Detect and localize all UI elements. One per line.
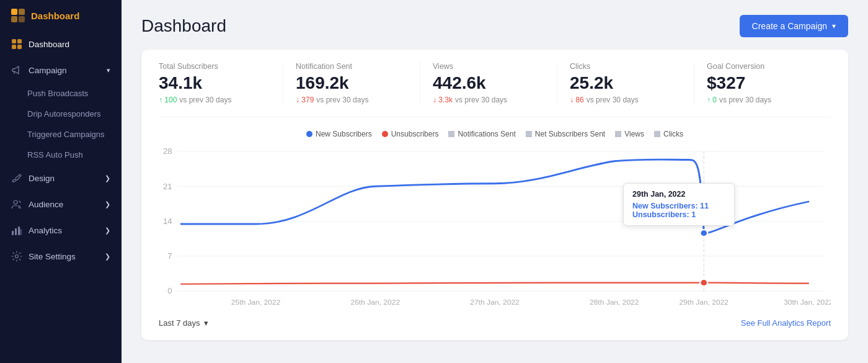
sidebar-item-campaign-label: Campaign bbox=[29, 66, 67, 75]
campaign-chevron-icon: ▾ bbox=[107, 66, 110, 74]
brush-icon bbox=[11, 173, 22, 184]
logo-icon bbox=[11, 9, 25, 22]
svg-text:29th Jan, 2022: 29th Jan, 2022 bbox=[679, 298, 728, 307]
line-chart: 28 21 14 7 0 25th Jan, 2022 26th Jan, 20… bbox=[159, 146, 831, 313]
svg-point-31 bbox=[700, 230, 707, 236]
legend-item: Clicks bbox=[654, 130, 683, 138]
analytics-icon bbox=[11, 225, 22, 236]
svg-point-13 bbox=[16, 255, 19, 258]
svg-point-8 bbox=[14, 200, 17, 204]
audience-chevron-icon: ❯ bbox=[105, 200, 110, 208]
legend-item: Views bbox=[615, 130, 644, 138]
sidebar-item-design[interactable]: Design ❯ bbox=[0, 165, 122, 191]
chart-footer: Last 7 days ▾ See Full Analytics Report bbox=[159, 318, 831, 328]
svg-text:7: 7 bbox=[167, 252, 172, 261]
legend-square bbox=[654, 131, 660, 137]
svg-text:28th Jan, 2022: 28th Jan, 2022 bbox=[590, 298, 639, 307]
sidebar-item-push-broadcasts[interactable]: Push Broadcasts bbox=[27, 83, 122, 104]
svg-point-32 bbox=[700, 279, 707, 286]
see-full-report-link[interactable]: See Full Analytics Report bbox=[741, 318, 831, 328]
svg-rect-7 bbox=[17, 45, 22, 49]
time-range-chevron-icon: ▾ bbox=[204, 318, 208, 328]
svg-text:14: 14 bbox=[163, 217, 172, 225]
sidebar-logo[interactable]: Dashboard bbox=[0, 0, 122, 31]
main-content-area: Dashboard Create a Campaign ▾ Total Subs… bbox=[122, 0, 868, 363]
stat-item: Views 442.6k ↓ 3.3k vs prev 30 days bbox=[420, 62, 557, 104]
sidebar-item-analytics-label: Analytics bbox=[29, 226, 62, 235]
legend-item: New Subscribers bbox=[306, 130, 372, 138]
design-chevron-icon: ❯ bbox=[105, 174, 110, 182]
stats-chart-card: Total Subscribers 34.1k ↑ 100 vs prev 30… bbox=[141, 50, 848, 340]
page-header: Dashboard Create a Campaign ▾ bbox=[141, 15, 848, 37]
users-icon bbox=[11, 199, 22, 210]
svg-rect-12 bbox=[20, 229, 22, 235]
svg-rect-10 bbox=[15, 228, 17, 235]
svg-rect-9 bbox=[12, 231, 14, 235]
create-btn-chevron-icon: ▾ bbox=[832, 22, 836, 30]
campaign-submenu: Push Broadcasts Drip Autoresponders Trig… bbox=[0, 83, 122, 165]
create-campaign-button[interactable]: Create a Campaign ▾ bbox=[740, 15, 848, 37]
svg-rect-4 bbox=[12, 39, 16, 43]
stats-row: Total Subscribers 34.1k ↑ 100 vs prev 30… bbox=[159, 62, 831, 117]
stat-item: Total Subscribers 34.1k ↑ 100 vs prev 30… bbox=[159, 62, 283, 104]
sidebar-item-audience[interactable]: Audience ❯ bbox=[0, 191, 122, 217]
svg-rect-5 bbox=[17, 39, 22, 43]
grid-icon bbox=[11, 38, 22, 50]
svg-rect-2 bbox=[11, 16, 17, 22]
legend-square bbox=[615, 131, 621, 137]
legend-square bbox=[448, 131, 454, 137]
stat-item: Clicks 25.2k ↓ 86 vs prev 30 days bbox=[557, 62, 694, 104]
analytics-chevron-icon: ❯ bbox=[105, 226, 110, 235]
megaphone-icon bbox=[11, 65, 22, 76]
sidebar-item-rss-auto-push[interactable]: RSS Auto Push bbox=[27, 145, 122, 165]
legend-dot bbox=[306, 131, 312, 137]
sidebar-item-site-settings-label: Site Settings bbox=[29, 252, 76, 261]
sidebar-item-dashboard[interactable]: Dashboard bbox=[0, 31, 122, 57]
stat-item: Goal Conversion $327 ↑ 0 vs prev 30 days bbox=[694, 62, 831, 104]
time-range-button[interactable]: Last 7 days ▾ bbox=[159, 318, 208, 328]
svg-text:0: 0 bbox=[167, 287, 172, 295]
svg-rect-11 bbox=[18, 226, 20, 235]
sidebar-item-drip-autoresponders[interactable]: Drip Autoresponders bbox=[27, 104, 122, 124]
sidebar-item-dashboard-label: Dashboard bbox=[29, 40, 69, 49]
legend-dot bbox=[382, 131, 388, 137]
svg-text:21: 21 bbox=[163, 182, 172, 190]
chart-container: 28 21 14 7 0 25th Jan, 2022 26th Jan, 20… bbox=[159, 146, 831, 313]
stat-item: Notification Sent 169.2k ↓ 379 vs prev 3… bbox=[283, 62, 420, 104]
sidebar-item-analytics[interactable]: Analytics ❯ bbox=[0, 217, 122, 243]
svg-rect-3 bbox=[19, 16, 25, 22]
svg-rect-0 bbox=[11, 9, 17, 15]
legend-item: Notifications Sent bbox=[448, 130, 515, 138]
page-title: Dashboard bbox=[141, 16, 226, 36]
site-settings-chevron-icon: ❯ bbox=[105, 253, 110, 261]
svg-text:27th Jan, 2022: 27th Jan, 2022 bbox=[470, 298, 520, 307]
sidebar: Dashboard Dashboard Campaign ▾ Push Broa… bbox=[0, 0, 122, 363]
sidebar-item-triggered-campaigns[interactable]: Triggered Campaigns bbox=[27, 124, 122, 145]
sidebar-item-audience-label: Audience bbox=[29, 200, 63, 209]
chart-legend: New SubscribersUnsubscribersNotification… bbox=[159, 130, 831, 138]
sidebar-item-campaign[interactable]: Campaign ▾ bbox=[0, 57, 122, 83]
svg-rect-1 bbox=[19, 9, 25, 15]
legend-square bbox=[526, 131, 532, 137]
svg-text:30th Jan, 2022: 30th Jan, 2022 bbox=[784, 298, 831, 307]
gear-icon bbox=[11, 251, 22, 262]
legend-item: Unsubscribers bbox=[382, 130, 439, 138]
svg-text:25th Jan, 2022: 25th Jan, 2022 bbox=[231, 298, 281, 307]
legend-item: Net Subscribers Sent bbox=[526, 130, 605, 138]
svg-text:26th Jan, 2022: 26th Jan, 2022 bbox=[350, 298, 400, 307]
sidebar-item-site-settings[interactable]: Site Settings ❯ bbox=[0, 243, 122, 269]
svg-rect-6 bbox=[12, 45, 16, 49]
svg-text:28: 28 bbox=[163, 147, 172, 156]
logo-text: Dashboard bbox=[31, 11, 79, 21]
sidebar-item-design-label: Design bbox=[29, 174, 55, 183]
